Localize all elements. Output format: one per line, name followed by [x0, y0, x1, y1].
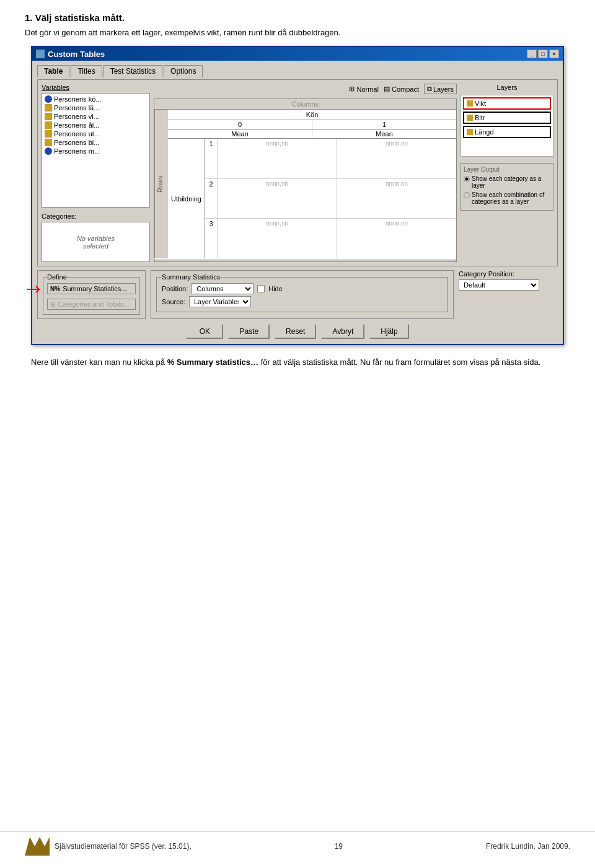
position-label: Position:: [162, 285, 188, 292]
row-num: 3: [205, 219, 218, 258]
category-position-label: Category Position:: [459, 270, 558, 278]
hide-label: Hide: [268, 285, 283, 292]
custom-tables-window: Custom Tables _ □ × Table Titles Test St…: [31, 46, 564, 345]
list-item[interactable]: Personens vi...: [43, 112, 148, 121]
layers-panel: Layers Vikt Bltr Längd: [461, 84, 553, 262]
layers-copy-icon: ⧉: [427, 85, 432, 93]
blue-circle-icon: [45, 95, 52, 103]
no-variables-text: No variablesselected: [77, 235, 115, 250]
grid-icon: ⊞: [349, 85, 355, 93]
help-button[interactable]: Hjälp: [369, 324, 408, 339]
cell-data: nnnn,nn: [218, 139, 337, 178]
categories-box: No variablesselected: [42, 222, 150, 262]
page-subtext: Det gör vi genom att markera ett lager, …: [25, 28, 570, 37]
list-item[interactable]: Personens ål...: [43, 121, 148, 129]
window-title: Custom Tables: [48, 50, 105, 59]
layer-item-bltr[interactable]: Bltr: [463, 112, 551, 124]
variables-label: Variables: [42, 84, 150, 91]
pen-icon: [45, 139, 52, 146]
row-num: 2: [205, 179, 218, 219]
layer-item-langd[interactable]: Längd: [463, 126, 551, 138]
close-button[interactable]: ×: [549, 50, 559, 58]
position-select[interactable]: Columns: [192, 283, 253, 294]
radio-button-checked[interactable]: [464, 176, 470, 182]
col-1-header: 1: [312, 120, 456, 129]
pen-icon: [467, 129, 473, 135]
below-window-text: Nere till vänster kan man nu klicka på %…: [31, 356, 564, 369]
window-titlebar: Custom Tables _ □ ×: [32, 47, 563, 61]
ok-button[interactable]: OK: [186, 324, 223, 339]
layers-list[interactable]: Vikt Bltr Längd: [461, 95, 553, 157]
table-area[interactable]: Columns Rows Kön 0 1 Mean Mean: [154, 99, 457, 262]
n-percent-icon: N%: [50, 286, 60, 292]
variables-panel: Variables Personens kö... Personens lä..…: [42, 84, 150, 262]
list-item[interactable]: Personens bl...: [43, 138, 148, 147]
define-legend: Define: [47, 273, 67, 281]
cancel-button[interactable]: Avbryt: [321, 324, 364, 339]
table-panel: ⊞ Normal ▤ Compact ⧉ Layers Columns: [154, 84, 457, 262]
kon-header: Kön: [168, 110, 456, 120]
columns-header: Columns: [154, 99, 456, 110]
pen-icon: [45, 113, 52, 120]
list-item[interactable]: Personens kö...: [43, 95, 148, 103]
cell-data: nnnn,nn: [337, 139, 456, 178]
col-0-header: 0: [168, 120, 312, 129]
red-arrow-icon: [24, 283, 42, 296]
define-group: Define N% Summary Statistics... ⊞ Catego…: [37, 270, 146, 319]
footer-left-text: Självstudiematerial för SPSS (ver. 15.01…: [55, 842, 192, 851]
layers-button[interactable]: ⧉ Layers: [424, 84, 457, 94]
mean-label-1: Mean: [312, 129, 456, 138]
category-position-select[interactable]: Default: [459, 279, 539, 291]
pen-icon: [45, 104, 52, 112]
row-num: 1: [205, 139, 218, 178]
layer-output-title: Layer Output: [464, 166, 550, 173]
below-text-part1: Nere till vänster kan man nu klicka på: [31, 357, 167, 367]
footer-logo-icon: [25, 837, 50, 856]
layer-output-group: Layer Output Show each category as a lay…: [461, 163, 553, 211]
pen-icon: [467, 115, 473, 121]
compact-icon: ▤: [384, 85, 390, 93]
maximize-button[interactable]: □: [538, 50, 548, 58]
tab-table[interactable]: Table: [37, 65, 69, 77]
hide-checkbox[interactable]: [257, 285, 265, 292]
window-title-icon: [36, 50, 45, 58]
tab-titles[interactable]: Titles: [71, 65, 102, 77]
tab-test-statistics[interactable]: Test Statistics: [104, 65, 162, 77]
horizontal-scrollbar[interactable]: [154, 260, 456, 262]
source-label: Source:: [162, 298, 185, 305]
source-select[interactable]: Layer Variables: [189, 296, 251, 307]
table-row: 2 nnnn,nn nnnn,nn: [205, 179, 456, 219]
radio-label: Show each combination of categories as a…: [472, 191, 550, 205]
radio-show-combination[interactable]: Show each combination of categories as a…: [464, 191, 550, 205]
categories-label: Categories:: [42, 213, 150, 220]
pen-icon: [467, 100, 473, 107]
layer-item-vikt[interactable]: Vikt: [463, 97, 551, 110]
reset-button[interactable]: Reset: [275, 324, 316, 339]
compact-view-button[interactable]: ▤ Compact: [384, 85, 419, 93]
categories-totals-button[interactable]: ⊞ Categories and Totals...: [47, 299, 136, 310]
list-item[interactable]: Personens ut...: [43, 129, 148, 138]
table-row: 3 nnnn,nn nnnn,nn: [205, 219, 456, 258]
normal-view-button[interactable]: ⊞ Normal: [349, 85, 378, 93]
blue-circle-icon: [45, 147, 52, 155]
mean-label-0: Mean: [168, 129, 312, 138]
radio-show-each-category[interactable]: Show each category as a layer: [464, 175, 550, 189]
rows-label: Rows: [154, 110, 168, 258]
category-position-group: Category Position: Default: [459, 270, 558, 319]
variables-list[interactable]: Personens kö... Personens lä... Personen…: [42, 93, 150, 208]
summary-statistics-group: Summary Statistics Position: Columns Hid…: [151, 270, 454, 319]
footer-page-number: 19: [335, 842, 343, 851]
paste-button[interactable]: Paste: [228, 324, 270, 339]
below-text-part2: för att välja statistiska mått. Nu får n…: [258, 357, 540, 367]
grid-small-icon: ⊞: [50, 301, 55, 308]
pen-icon: [45, 121, 52, 129]
cell-data: nnnn,nn: [337, 179, 456, 219]
radio-button-unchecked[interactable]: [464, 192, 470, 198]
list-item[interactable]: Personens lä...: [43, 103, 148, 112]
tab-options[interactable]: Options: [164, 65, 203, 77]
summary-statistics-button[interactable]: N% Summary Statistics...: [47, 283, 136, 294]
list-item[interactable]: Personens m...: [43, 147, 148, 156]
below-text-bold: % Summary statistics…: [167, 357, 258, 367]
minimize-button[interactable]: _: [527, 50, 537, 58]
radio-label: Show each category as a layer: [472, 175, 550, 189]
